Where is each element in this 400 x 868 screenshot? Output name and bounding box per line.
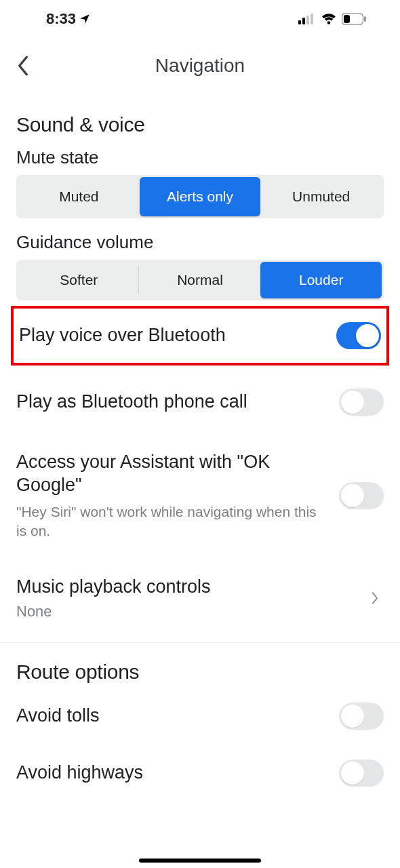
- svg-rect-1: [302, 18, 305, 24]
- label-music-playback: Music playback controls: [16, 576, 369, 599]
- section-sound-voice: Sound & voice: [16, 113, 384, 136]
- cellular-icon: [298, 14, 316, 24]
- location-icon: [79, 13, 91, 25]
- status-left: 8:33: [46, 10, 91, 28]
- label-guidance-volume: Guidance volume: [16, 232, 384, 253]
- status-bar: 8:33: [0, 0, 400, 37]
- svg-rect-6: [364, 16, 366, 22]
- segmented-mute-state: Muted Alerts only Unmuted: [16, 175, 384, 218]
- status-time: 8:33: [46, 10, 76, 28]
- row-avoid-tolls[interactable]: Avoid tolls: [16, 688, 384, 745]
- svg-rect-7: [344, 15, 350, 23]
- wifi-icon: [321, 13, 336, 25]
- back-button[interactable]: [9, 52, 37, 79]
- section-route-options: Route options: [16, 660, 384, 684]
- segment-normal[interactable]: Normal: [140, 262, 261, 298]
- page-title: Navigation: [155, 55, 245, 77]
- toggle-avoid-tolls[interactable]: [339, 703, 384, 730]
- nav-header: Navigation: [0, 45, 400, 86]
- segment-unmuted[interactable]: Unmuted: [260, 177, 382, 216]
- label-bluetooth-phone-call: Play as Bluetooth phone call: [16, 391, 328, 414]
- segment-alerts-only[interactable]: Alerts only: [140, 177, 261, 216]
- highlight-play-voice-bluetooth: Play voice over Bluetooth: [11, 306, 389, 366]
- row-avoid-highways[interactable]: Avoid highways: [16, 745, 384, 802]
- sublabel-ok-google: "Hey Siri" won't work while navigating w…: [16, 502, 328, 541]
- segment-louder[interactable]: Louder: [260, 262, 382, 298]
- home-indicator: [139, 859, 261, 863]
- label-avoid-highways: Avoid highways: [16, 762, 328, 785]
- toggle-avoid-highways[interactable]: [339, 760, 384, 787]
- label-avoid-tolls: Avoid tolls: [16, 705, 328, 728]
- row-ok-google[interactable]: Access your Assistant with "OK Google" "…: [16, 433, 384, 558]
- value-music-playback: None: [16, 603, 369, 620]
- toggle-play-voice-bluetooth[interactable]: [336, 322, 381, 349]
- label-play-voice-bluetooth: Play voice over Bluetooth: [19, 324, 325, 347]
- section-divider: [0, 642, 400, 643]
- svg-rect-2: [306, 16, 309, 24]
- segment-muted[interactable]: Muted: [18, 177, 140, 216]
- svg-point-4: [327, 21, 331, 24]
- label-ok-google: Access your Assistant with "OK Google": [16, 451, 328, 497]
- row-play-voice-bluetooth[interactable]: Play voice over Bluetooth: [18, 309, 382, 363]
- segment-softer[interactable]: Softer: [18, 262, 140, 298]
- chevron-left-icon: [16, 56, 30, 76]
- status-right: [298, 13, 366, 25]
- toggle-bluetooth-phone-call[interactable]: [339, 389, 384, 416]
- label-mute-state: Mute state: [16, 147, 384, 168]
- segment-divider: [138, 267, 139, 294]
- content: Sound & voice Mute state Muted Alerts on…: [0, 113, 400, 802]
- segmented-guidance-volume: Softer Normal Louder: [16, 260, 384, 300]
- svg-rect-0: [298, 20, 301, 24]
- chevron-right-icon: [369, 592, 381, 604]
- battery-icon: [342, 13, 366, 25]
- row-music-playback[interactable]: Music playback controls None: [16, 558, 384, 639]
- row-bluetooth-phone-call[interactable]: Play as Bluetooth phone call: [16, 371, 384, 433]
- toggle-ok-google[interactable]: [339, 482, 384, 509]
- svg-rect-3: [311, 14, 313, 24]
